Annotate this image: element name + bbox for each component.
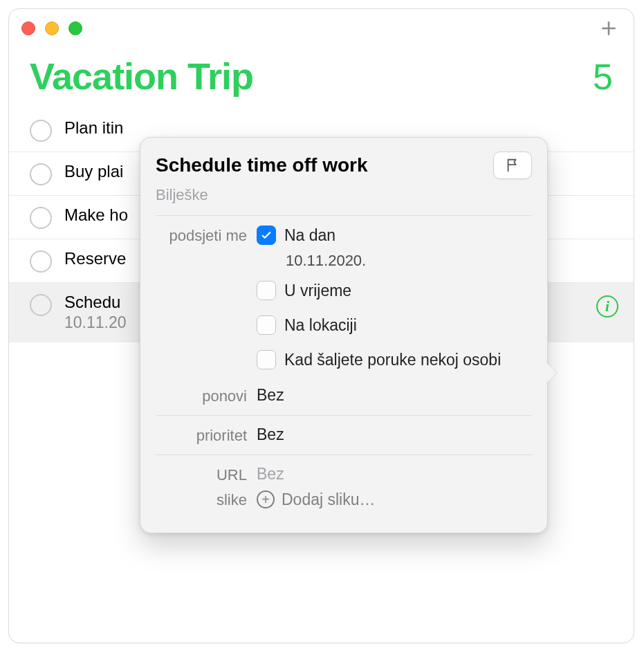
- option-at-time[interactable]: U vrijeme: [257, 281, 532, 300]
- reminder-title-field[interactable]: Schedule time off work: [156, 154, 485, 176]
- add-image-label: Dodaj sliku…: [282, 490, 376, 509]
- minimize-icon[interactable]: [45, 21, 59, 35]
- option-at-location[interactable]: Na lokaciji: [257, 315, 532, 335]
- item-count: 5: [593, 56, 613, 98]
- popover-header: Schedule time off work: [156, 151, 532, 179]
- plus-icon: [600, 19, 618, 37]
- item-title: Plan itin: [64, 118, 618, 138]
- option-at-location-label: Na lokaciji: [284, 316, 357, 335]
- option-at-time-label: U vrijeme: [284, 282, 351, 300]
- info-button[interactable]: i: [596, 295, 618, 318]
- priority-row[interactable]: prioritet Bez: [156, 416, 532, 454]
- images-value: + Dodaj sliku…: [257, 490, 532, 509]
- checkbox-at-location[interactable]: [257, 315, 276, 335]
- complete-toggle[interactable]: [30, 163, 52, 185]
- remind-me-label: podsjeti me: [156, 226, 247, 372]
- plus-circle-icon: +: [257, 490, 275, 508]
- item-text: Plan itin: [64, 118, 618, 138]
- option-on-day-date[interactable]: 10.11.2020.: [286, 252, 532, 270]
- close-icon[interactable]: [21, 21, 35, 35]
- complete-toggle[interactable]: [30, 207, 52, 229]
- add-image-button[interactable]: + Dodaj sliku…: [257, 490, 376, 509]
- check-icon: [260, 229, 273, 241]
- repeat-row[interactable]: ponovi Bez: [156, 382, 532, 415]
- remind-me-row: podsjeti me Na dan 10.11.2020. U vrijeme: [156, 216, 532, 382]
- images-row: slike + Dodaj sliku…: [156, 487, 532, 519]
- flag-button[interactable]: [493, 151, 532, 179]
- option-when-messaging[interactable]: Kad šaljete poruke nekoj osobi: [257, 350, 532, 369]
- complete-toggle[interactable]: [30, 250, 52, 273]
- remind-options: Na dan 10.11.2020. U vrijeme Na lokaciji: [257, 226, 532, 372]
- window-controls: [21, 21, 82, 35]
- repeat-label: ponovi: [156, 386, 247, 405]
- repeat-value[interactable]: Bez: [257, 386, 532, 405]
- list-header: Vacation Trip 5: [9, 48, 634, 102]
- zoom-icon[interactable]: [68, 21, 82, 35]
- complete-toggle[interactable]: [30, 120, 52, 142]
- option-on-day-label: Na dan: [284, 226, 335, 245]
- option-on-day[interactable]: Na dan: [257, 226, 532, 245]
- priority-value[interactable]: Bez: [257, 425, 532, 445]
- url-row[interactable]: URL Bez: [156, 455, 532, 487]
- info-icon: i: [605, 298, 609, 315]
- reminder-detail-popover: Schedule time off work Bilješke podsjeti…: [140, 137, 548, 533]
- priority-label: prioritet: [156, 425, 247, 445]
- checkbox-when-messaging[interactable]: [257, 350, 276, 369]
- notes-field[interactable]: Bilješke: [156, 182, 532, 216]
- url-label: URL: [156, 465, 247, 484]
- checkbox-on-day[interactable]: [257, 226, 276, 245]
- add-reminder-button[interactable]: [596, 16, 621, 41]
- flag-icon: [505, 158, 520, 173]
- option-when-messaging-label: Kad šaljete poruke nekoj osobi: [284, 351, 501, 369]
- list-title: Vacation Trip: [30, 55, 253, 98]
- complete-toggle[interactable]: [30, 294, 52, 316]
- url-value[interactable]: Bez: [257, 465, 532, 484]
- checkbox-at-time[interactable]: [257, 281, 276, 300]
- images-label: slike: [156, 490, 247, 509]
- titlebar: [9, 9, 634, 48]
